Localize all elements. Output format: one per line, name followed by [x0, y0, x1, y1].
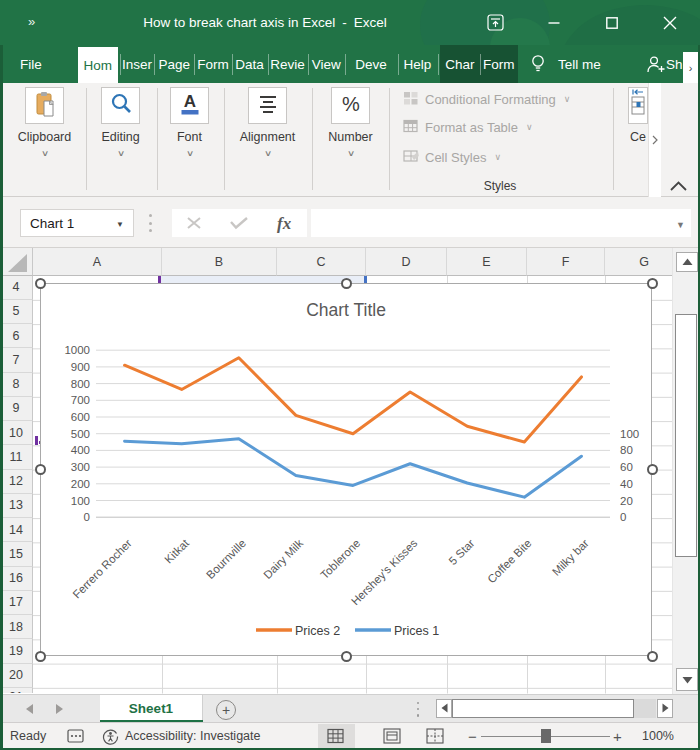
- secondary-axis-label[interactable]: 100: [620, 428, 639, 440]
- new-sheet-button[interactable]: +: [216, 700, 236, 720]
- chart-selection-handle[interactable]: [647, 464, 658, 475]
- chart-selection-handle[interactable]: [35, 278, 46, 289]
- chart-selection-handle[interactable]: [341, 651, 352, 662]
- chart-selection-handle[interactable]: [35, 651, 46, 662]
- horizontal-scrollbar-track[interactable]: [634, 699, 656, 718]
- primary-axis-label[interactable]: 800: [71, 378, 90, 390]
- clipboard-group-button[interactable]: [25, 87, 64, 124]
- row-header-11[interactable]: 11: [0, 445, 33, 469]
- page-layout-view-button[interactable]: [383, 728, 401, 747]
- font-group-button[interactable]: A: [170, 87, 209, 124]
- insert-function-icon[interactable]: fx: [277, 214, 292, 233]
- chart-selection-handle[interactable]: [35, 464, 46, 475]
- column-header-e[interactable]: E: [447, 248, 527, 276]
- category-axis-label[interactable]: Bournville: [204, 537, 248, 581]
- column-header-f[interactable]: F: [527, 248, 605, 276]
- primary-axis-label[interactable]: 600: [71, 411, 90, 423]
- page-break-view-button[interactable]: [426, 728, 444, 747]
- close-button[interactable]: [647, 0, 693, 45]
- primary-axis-label[interactable]: 1000: [64, 344, 90, 356]
- category-axis-label[interactable]: Milky bar: [550, 537, 591, 578]
- accessibility-status[interactable]: Accessibility: Investigate: [125, 723, 260, 749]
- chart-title[interactable]: Chart Title: [306, 300, 386, 320]
- zoom-out-button[interactable]: −: [468, 723, 477, 749]
- ribbon-tab-inser[interactable]: Inser: [120, 45, 155, 83]
- row-header-18[interactable]: 18: [0, 615, 33, 639]
- legend-label-prices-2[interactable]: Prices 2: [295, 624, 340, 638]
- primary-axis-label[interactable]: 300: [71, 461, 90, 473]
- ribbon-tab-page[interactable]: Page: [154, 45, 194, 83]
- row-header-5[interactable]: 5: [0, 300, 33, 324]
- accessibility-icon[interactable]: [102, 728, 119, 748]
- vertical-scrollbar-thumb[interactable]: [675, 314, 697, 557]
- secondary-axis-label[interactable]: 80: [620, 444, 633, 456]
- secondary-axis-label[interactable]: 0: [620, 511, 626, 523]
- row-header-6[interactable]: 6: [0, 324, 33, 348]
- primary-axis-label[interactable]: 200: [71, 478, 90, 490]
- category-axis-label[interactable]: Coffee Bite: [485, 537, 534, 586]
- secondary-axis-label[interactable]: 40: [620, 478, 633, 490]
- primary-axis-label[interactable]: 0: [84, 511, 90, 523]
- row-header-7[interactable]: 7: [0, 348, 33, 372]
- column-header-d[interactable]: D: [366, 248, 447, 276]
- row-header-9[interactable]: 9: [0, 397, 33, 421]
- horizontal-scrollbar-thumb[interactable]: [452, 699, 634, 718]
- row-header-15[interactable]: 15: [0, 542, 33, 566]
- column-header-b[interactable]: B: [162, 248, 277, 276]
- alignment-group-button[interactable]: [248, 87, 287, 124]
- row-header-20[interactable]: 20: [0, 664, 33, 688]
- category-axis-label[interactable]: Ferrero Rocher: [70, 537, 134, 601]
- chart-selection-handle[interactable]: [647, 651, 658, 662]
- chart-object[interactable]: Chart Title01002003004005006007008009001…: [40, 283, 652, 656]
- secondary-axis-label[interactable]: 60: [620, 461, 633, 473]
- ribbon-tab-file[interactable]: File: [10, 45, 52, 83]
- category-axis-label[interactable]: Toblerone: [318, 537, 362, 581]
- ribbon-tab-char-contextual[interactable]: Char: [440, 45, 480, 83]
- primary-axis-label[interactable]: 100: [71, 495, 90, 507]
- chart-selection-handle[interactable]: [341, 278, 352, 289]
- ribbon-tab-help[interactable]: Help: [398, 45, 438, 83]
- legend-label-prices-1[interactable]: Prices 1: [394, 624, 439, 638]
- name-box-dropdown-icon[interactable]: ▼: [116, 220, 124, 229]
- formula-input[interactable]: [311, 209, 691, 237]
- column-header-c[interactable]: C: [277, 248, 366, 276]
- ribbon-display-options-button[interactable]: [472, 0, 518, 45]
- maximize-button[interactable]: [589, 0, 635, 45]
- scroll-down-button[interactable]: [676, 668, 698, 691]
- tab-bar-splitter[interactable]: [415, 702, 421, 717]
- formula-bar-expand-icon[interactable]: ▼: [676, 220, 685, 230]
- hscroll-left-button[interactable]: [436, 699, 452, 718]
- editing-group-button[interactable]: [101, 87, 140, 124]
- ribbon-tab-revie[interactable]: Revie: [268, 45, 308, 83]
- row-header-19[interactable]: 19: [0, 639, 33, 663]
- zoom-level[interactable]: 100%: [638, 723, 674, 749]
- ribbon-tab-view[interactable]: View: [308, 45, 345, 83]
- row-header-12[interactable]: 12: [0, 470, 33, 494]
- ribbon-tab-form[interactable]: Form: [194, 45, 231, 83]
- primary-axis-label[interactable]: 500: [71, 428, 90, 440]
- macro-record-icon[interactable]: [67, 728, 85, 747]
- minimize-button[interactable]: [531, 0, 577, 45]
- row-header-8[interactable]: 8: [0, 373, 33, 397]
- row-header-14[interactable]: 14: [0, 518, 33, 542]
- ribbon-tab-deve[interactable]: Deve: [345, 45, 398, 83]
- share-button[interactable]: Sh: [666, 45, 683, 83]
- primary-axis-label[interactable]: 700: [71, 394, 90, 406]
- secondary-axis-label[interactable]: 20: [620, 495, 633, 507]
- ribbon-tab-hom[interactable]: Hom: [78, 47, 118, 83]
- row-header-16[interactable]: 16: [0, 567, 33, 591]
- row-header-10[interactable]: 10: [0, 421, 33, 445]
- zoom-slider-thumb[interactable]: [541, 729, 551, 743]
- row-header-4[interactable]: 4: [0, 276, 33, 300]
- scroll-up-button[interactable]: [676, 252, 698, 272]
- column-header-a[interactable]: A: [33, 248, 162, 276]
- cells-group-button[interactable]: [628, 87, 648, 124]
- category-axis-label[interactable]: Dairy Milk: [261, 537, 305, 581]
- row-header-13[interactable]: 13: [0, 494, 33, 518]
- primary-axis-label[interactable]: 900: [71, 361, 90, 373]
- normal-view-button[interactable]: [327, 728, 344, 747]
- series-line-prices-1[interactable]: [125, 439, 582, 497]
- next-sheet-icon[interactable]: [56, 704, 63, 714]
- enter-icon[interactable]: [231, 218, 247, 228]
- tell-me-box[interactable]: Tell me: [558, 45, 601, 83]
